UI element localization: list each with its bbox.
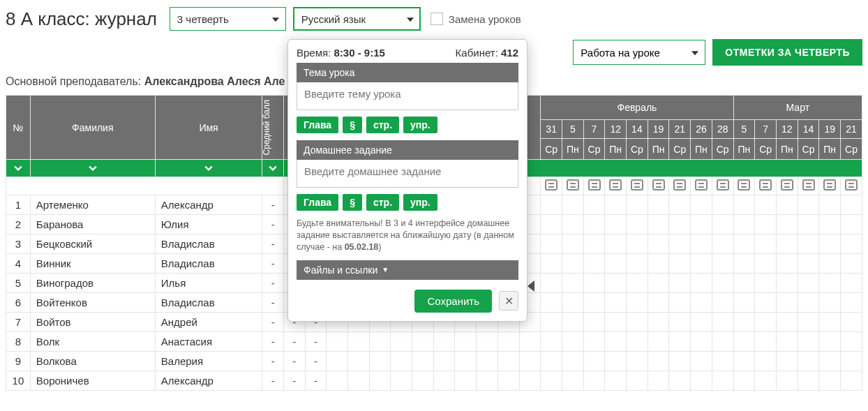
grade-cell[interactable]	[819, 293, 841, 313]
grade-cell[interactable]	[733, 332, 755, 352]
grade-cell[interactable]	[648, 371, 669, 391]
lesson-note-icon[interactable]	[545, 179, 558, 190]
grade-cell[interactable]	[369, 352, 391, 371]
grade-cell[interactable]	[605, 332, 627, 352]
grade-cell[interactable]	[583, 215, 605, 234]
grade-cell[interactable]	[669, 293, 691, 313]
lesson-note-icon[interactable]	[759, 179, 772, 190]
insert-chip[interactable]: упр.	[403, 117, 437, 133]
insert-chip[interactable]: §	[343, 117, 362, 133]
grade-cell[interactable]	[412, 352, 434, 371]
grade-cell[interactable]	[712, 352, 733, 371]
grade-cell[interactable]	[541, 293, 562, 313]
grade-cell[interactable]	[669, 313, 691, 332]
grade-cell[interactable]	[605, 293, 627, 313]
grade-cell[interactable]	[541, 371, 562, 391]
grade-cell[interactable]	[819, 332, 841, 352]
lesson-note-icon[interactable]	[717, 179, 729, 190]
day-header[interactable]: 31	[541, 119, 562, 138]
grade-cell[interactable]	[627, 313, 648, 332]
grade-cell[interactable]: -	[305, 352, 327, 371]
grade-cell[interactable]	[648, 313, 669, 332]
grade-cell[interactable]	[562, 313, 583, 332]
grade-cell[interactable]	[798, 332, 819, 352]
grade-cell[interactable]	[819, 313, 841, 332]
lesson-note-icon[interactable]	[588, 179, 601, 190]
grade-cell[interactable]	[627, 293, 648, 313]
grade-cell[interactable]: -	[283, 332, 305, 352]
grade-cell[interactable]	[541, 254, 562, 274]
grade-cell[interactable]	[755, 313, 777, 332]
grade-cell[interactable]	[583, 293, 605, 313]
grade-cell[interactable]	[497, 371, 519, 391]
day-header[interactable]: 5	[562, 119, 583, 138]
lesson-note-icon[interactable]	[802, 179, 815, 190]
grade-cell[interactable]	[776, 274, 798, 293]
grade-cell[interactable]	[605, 254, 627, 274]
lesson-note-icon[interactable]	[738, 179, 750, 190]
insert-chip[interactable]: Глава	[297, 194, 338, 211]
grade-cell[interactable]	[798, 293, 819, 313]
day-header[interactable]: 12	[776, 119, 798, 138]
grade-cell[interactable]	[541, 332, 562, 352]
grade-cell[interactable]	[798, 371, 819, 391]
grade-cell[interactable]	[755, 274, 777, 293]
grade-cell[interactable]	[627, 254, 648, 274]
grade-cell[interactable]	[691, 352, 712, 371]
grade-cell[interactable]	[841, 332, 862, 352]
grade-cell[interactable]	[776, 195, 798, 215]
grade-cell[interactable]	[433, 371, 455, 391]
grade-cell[interactable]	[562, 254, 583, 274]
substitute-checkbox-wrap[interactable]: Замена уроков	[431, 13, 521, 25]
grade-cell[interactable]	[605, 371, 627, 391]
grade-cell[interactable]	[497, 352, 519, 371]
day-header[interactable]: 21	[841, 119, 862, 138]
grade-cell[interactable]	[648, 352, 669, 371]
grade-cell[interactable]	[348, 332, 370, 352]
grade-cell[interactable]: -	[283, 352, 305, 371]
grade-cell[interactable]	[712, 313, 733, 332]
grade-cell[interactable]	[712, 274, 733, 293]
grade-cell[interactable]	[605, 313, 627, 332]
grade-cell[interactable]	[519, 352, 541, 371]
grade-cell[interactable]	[648, 274, 669, 293]
grade-cell[interactable]	[627, 332, 648, 352]
grade-cell[interactable]	[627, 195, 648, 215]
grade-cell[interactable]	[455, 371, 477, 391]
grade-cell[interactable]	[541, 352, 562, 371]
grade-cell[interactable]	[605, 234, 627, 254]
grade-cell[interactable]	[819, 254, 841, 274]
insert-chip[interactable]: §	[343, 194, 362, 211]
grade-cell[interactable]	[648, 195, 669, 215]
grade-cell[interactable]	[733, 313, 755, 332]
grade-cell[interactable]	[605, 274, 627, 293]
homework-input[interactable]	[297, 160, 518, 188]
grade-cell[interactable]	[755, 254, 777, 274]
grade-cell[interactable]	[755, 332, 777, 352]
lesson-note-icon[interactable]	[631, 179, 643, 190]
grade-cell[interactable]	[819, 195, 841, 215]
grade-cell[interactable]	[841, 313, 862, 332]
grade-cell[interactable]	[776, 371, 798, 391]
save-button[interactable]: Сохранить	[414, 290, 492, 313]
day-header[interactable]: 19	[819, 119, 841, 138]
grade-cell[interactable]	[712, 234, 733, 254]
grade-cell[interactable]	[798, 274, 819, 293]
grade-cell[interactable]	[798, 234, 819, 254]
grade-cell[interactable]	[583, 313, 605, 332]
grade-cell[interactable]	[391, 352, 412, 371]
grade-cell[interactable]	[733, 234, 755, 254]
grade-cell[interactable]	[669, 215, 691, 234]
filter-avg[interactable]	[262, 160, 284, 177]
insert-chip[interactable]: упр.	[403, 194, 437, 211]
grade-cell[interactable]	[455, 332, 477, 352]
grade-cell[interactable]	[648, 234, 669, 254]
grade-cell[interactable]	[433, 352, 455, 371]
grade-cell[interactable]	[391, 371, 412, 391]
grade-cell[interactable]	[583, 274, 605, 293]
grade-cell[interactable]	[627, 274, 648, 293]
grade-cell[interactable]	[541, 313, 562, 332]
grade-cell[interactable]	[477, 352, 498, 371]
grade-cell[interactable]	[691, 371, 712, 391]
grade-cell[interactable]	[541, 195, 562, 215]
